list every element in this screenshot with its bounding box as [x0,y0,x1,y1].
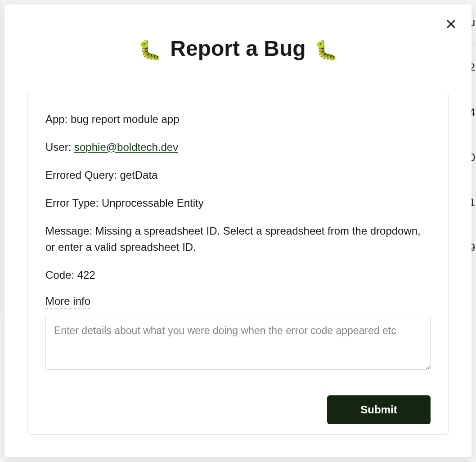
app-value: bug report module app [71,113,180,125]
user-email-link[interactable]: sophie@boldtech.dev [74,141,178,153]
user-label: User: [45,141,74,153]
query-line: Errored Query: getData [45,167,431,183]
modal-title: 🐛 Report a Bug 🐛 [27,36,449,61]
error-type-label: Error Type: [45,197,102,209]
modal-title-text: Report a Bug [170,36,305,60]
message-line: Message: Missing a spreadsheet ID. Selec… [45,223,431,255]
details-textarea[interactable] [45,316,431,370]
code-label: Code: [45,269,77,281]
query-label: Errored Query: [45,169,120,181]
message-value: Missing a spreadsheet ID. Select a sprea… [45,225,421,253]
user-line: User: sophie@boldtech.dev [45,139,431,155]
submit-button[interactable]: Submit [327,395,431,424]
close-icon: ✕ [445,16,457,32]
bug-icon: 🐛 [314,40,338,61]
card-body: App: bug report module app User: sophie@… [27,93,449,387]
card-footer: Submit [27,387,449,434]
close-button[interactable]: ✕ [441,14,461,35]
app-label: App: [45,113,71,125]
more-info-label: More info [45,295,90,309]
bug-icon: 🐛 [138,40,162,61]
more-info-section: More info [45,295,431,316]
error-type-line: Error Type: Unprocessable Entity [45,195,431,211]
message-label: Message: [45,225,95,237]
app-line: App: bug report module app [45,111,431,127]
bug-report-modal: ✕ 🐛 Report a Bug 🐛 App: bug report modul… [4,5,472,457]
bug-report-card: App: bug report module app User: sophie@… [27,93,449,435]
code-value: 422 [77,269,95,281]
code-line: Code: 422 [45,267,431,283]
query-value: getData [120,169,157,181]
error-type-value: Unprocessable Entity [102,197,204,209]
